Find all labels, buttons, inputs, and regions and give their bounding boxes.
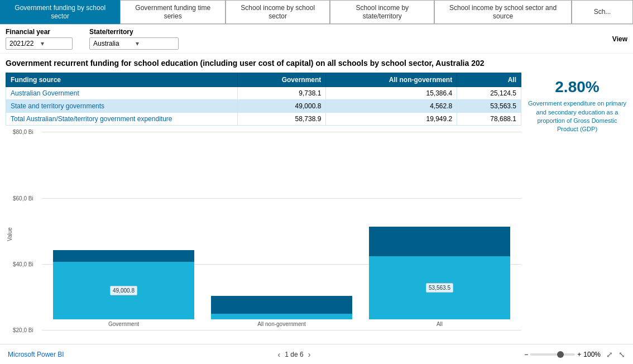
cell-source: State and territory governments bbox=[6, 100, 238, 113]
right-panel: 2.80% Government expenditure on primary … bbox=[527, 73, 627, 339]
financial-year-select[interactable]: 2021/22 ▾ bbox=[6, 37, 73, 50]
financial-year-control: Financial year 2021/22 ▾ bbox=[6, 28, 73, 50]
chart-inner: $80,0 Bi$60,0 Bi$40,0 Bi$20,0 Bi49,000.8… bbox=[13, 129, 521, 339]
zoom-control: − + 100% bbox=[524, 351, 601, 358]
y-tick-label: $20,0 Bi bbox=[13, 327, 42, 333]
y-tick-label: $40,0 Bi bbox=[13, 261, 42, 267]
footer: Microsoft Power BI ‹ 1 de 6 › − + 100% ⤢… bbox=[0, 344, 633, 364]
bar-group: 49,000.8Government bbox=[53, 250, 194, 327]
bar-value-label: 49,000.8 bbox=[110, 286, 137, 295]
cell-source: Australian Government bbox=[6, 87, 238, 100]
col-header-government: Government bbox=[238, 73, 326, 87]
left-panel: Funding source Government All non-govern… bbox=[6, 73, 521, 339]
tab-government-funding-sector[interactable]: Government funding by school sector bbox=[0, 0, 120, 24]
tab-more[interactable]: Sch... bbox=[572, 0, 633, 24]
expand-icon[interactable]: ⤢ bbox=[606, 350, 613, 359]
next-page-button[interactable]: › bbox=[308, 350, 311, 359]
bar-group: All non-government bbox=[211, 296, 352, 327]
chevron-down-icon-2: ▾ bbox=[136, 40, 175, 47]
table-row: Australian Government 9,738.1 15,386.4 2… bbox=[6, 87, 521, 100]
cell-source: Total Australian/State/territory governm… bbox=[6, 113, 238, 126]
bar-segment: 49,000.8 bbox=[53, 262, 194, 319]
col-header-non-government: All non-government bbox=[326, 73, 457, 87]
cell-non-government: 19,949.2 bbox=[326, 113, 457, 126]
zoom-minus[interactable]: − bbox=[524, 351, 528, 358]
bar-segment bbox=[53, 250, 194, 262]
x-tick-label: All bbox=[369, 321, 510, 327]
bar-segment: 53,563.5 bbox=[369, 256, 510, 319]
tab-government-funding-time[interactable]: Government funding time series bbox=[120, 0, 226, 24]
grid-line: $20,0 Bi bbox=[13, 327, 521, 333]
bar-segment bbox=[211, 314, 352, 319]
cell-government: 9,738.1 bbox=[238, 87, 326, 100]
cell-government: 49,000.8 bbox=[238, 100, 326, 113]
tab-school-income-sector[interactable]: School income by school sector bbox=[226, 0, 330, 24]
main-content: Funding source Government All non-govern… bbox=[0, 70, 633, 342]
page-title: Government recurrent funding for school … bbox=[0, 54, 633, 70]
y-axis-label: Value bbox=[6, 129, 13, 339]
fullscreen-icon[interactable]: ⤡ bbox=[618, 350, 625, 359]
grid-line-tick bbox=[42, 330, 521, 331]
tabs-bar: Government funding by school sector Gove… bbox=[0, 0, 633, 25]
stat-description: Government expenditure on primary and se… bbox=[527, 99, 627, 134]
chart-area: Value $80,0 Bi$60,0 Bi$40,0 Bi$20,0 Bi49… bbox=[6, 129, 521, 339]
y-tick-label: $80,0 Bi bbox=[13, 129, 42, 135]
zoom-thumb[interactable] bbox=[557, 351, 564, 358]
y-tick-label: $60,0 Bi bbox=[13, 195, 42, 202]
cell-all: 78,688.1 bbox=[457, 113, 521, 126]
bar-stack bbox=[211, 296, 352, 319]
cell-government: 58,738.9 bbox=[238, 113, 326, 126]
cell-all: 53,563.5 bbox=[457, 100, 521, 113]
page-indicator: 1 de 6 bbox=[285, 351, 303, 358]
zoom-slider[interactable] bbox=[530, 353, 575, 356]
table-row: State and territory governments 49,000.8… bbox=[6, 100, 521, 113]
zoom-plus[interactable]: + bbox=[577, 351, 581, 358]
funding-table: Funding source Government All non-govern… bbox=[6, 73, 521, 126]
prev-page-button[interactable]: ‹ bbox=[278, 350, 281, 359]
bar-stack: 49,000.8 bbox=[53, 250, 194, 319]
view-label: View bbox=[612, 35, 627, 43]
table-row: Total Australian/State/territory governm… bbox=[6, 113, 521, 126]
bar-stack: 53,563.5 bbox=[369, 227, 510, 319]
cell-non-government: 15,386.4 bbox=[326, 87, 457, 100]
tab-school-income-state[interactable]: School income by state/territory bbox=[330, 0, 434, 24]
state-territory-control: State/territory Australia ▾ bbox=[89, 28, 179, 50]
tab-school-income-sector-source[interactable]: School income by school sector and sourc… bbox=[434, 0, 572, 24]
stat-value: 2.80% bbox=[555, 78, 599, 96]
state-territory-label: State/territory bbox=[89, 28, 179, 36]
bar-value-label: 53,563.5 bbox=[426, 283, 453, 293]
controls-bar: Financial year 2021/22 ▾ State/territory… bbox=[0, 25, 633, 54]
footer-right: − + 100% ⤢ ⤡ bbox=[524, 350, 625, 359]
bars-wrapper: 49,000.8GovernmentAll non-government53,5… bbox=[42, 129, 521, 327]
zoom-value: 100% bbox=[583, 351, 601, 358]
page-navigation: ‹ 1 de 6 › bbox=[278, 350, 311, 359]
state-territory-select[interactable]: Australia ▾ bbox=[89, 37, 179, 50]
chevron-down-icon: ▾ bbox=[41, 40, 69, 47]
bar-segment bbox=[211, 296, 352, 314]
col-header-source: Funding source bbox=[6, 73, 238, 87]
x-tick-label: Government bbox=[53, 321, 194, 327]
power-bi-link[interactable]: Microsoft Power BI bbox=[8, 351, 64, 358]
cell-non-government: 4,562.8 bbox=[326, 100, 457, 113]
x-tick-label: All non-government bbox=[211, 321, 352, 327]
bar-group: 53,563.5All bbox=[369, 227, 510, 327]
financial-year-label: Financial year bbox=[6, 28, 73, 36]
cell-all: 25,124.5 bbox=[457, 87, 521, 100]
col-header-all: All bbox=[457, 73, 521, 87]
bar-segment bbox=[369, 227, 510, 256]
